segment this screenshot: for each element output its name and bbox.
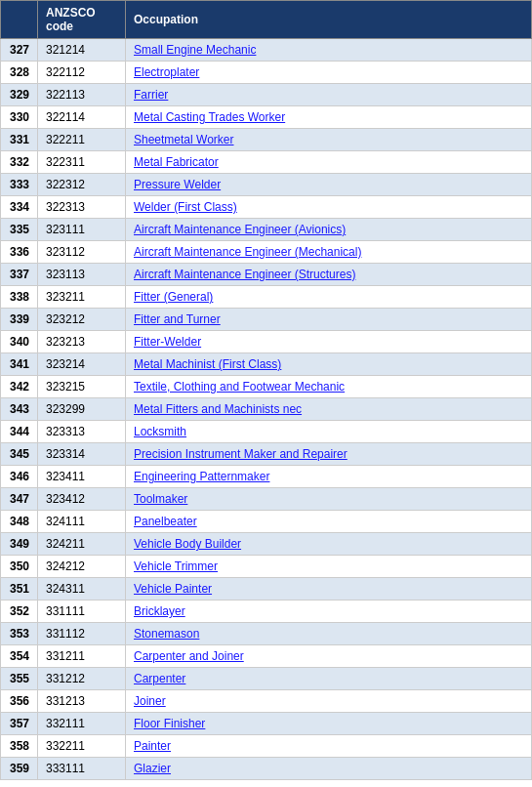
anzsco-code: 331112 <box>38 623 126 645</box>
occupation-cell[interactable]: Fitter (General) <box>126 286 532 309</box>
table-row: 327321214Small Engine Mechanic <box>1 39 532 62</box>
anzsco-code: 323214 <box>38 353 126 376</box>
occupation-link[interactable]: Fitter and Turner <box>134 312 221 326</box>
anzsco-code: 332211 <box>38 735 126 758</box>
occupation-cell[interactable]: Textile, Clothing and Footwear Mechanic <box>126 376 532 398</box>
row-number: 343 <box>1 398 38 421</box>
table-row: 346323411Engineering Patternmaker <box>1 466 532 488</box>
occupation-link[interactable]: Pressure Welder <box>134 178 221 191</box>
occupation-cell[interactable]: Sheetmetal Worker <box>126 129 532 151</box>
table-row: 356331213Joiner <box>1 690 532 713</box>
occupation-cell[interactable]: Farrier <box>126 84 532 106</box>
occupation-link[interactable]: Aircraft Maintenance Engineer (Avionics) <box>134 223 346 236</box>
occupation-cell[interactable]: Glazier <box>126 758 532 780</box>
occupation-link[interactable]: Locksmith <box>134 425 186 438</box>
anzsco-code: 322113 <box>38 84 126 106</box>
occupation-link[interactable]: Electroplater <box>134 65 199 79</box>
table-row: 334322313Welder (First Class) <box>1 196 532 219</box>
occupation-link[interactable]: Bricklayer <box>134 604 185 618</box>
row-number: 355 <box>1 668 38 690</box>
occupation-cell[interactable]: Metal Casting Trades Worker <box>126 106 532 129</box>
occupation-link[interactable]: Sheetmetal Worker <box>134 133 234 146</box>
row-number: 348 <box>1 511 38 533</box>
row-number: 334 <box>1 196 38 219</box>
table-row: 354331211Carpenter and Joiner <box>1 645 532 668</box>
occupation-link[interactable]: Textile, Clothing and Footwear Mechanic <box>134 380 345 394</box>
occupation-cell[interactable]: Electroplater <box>126 62 532 84</box>
occupation-link[interactable]: Welder (First Class) <box>134 200 237 214</box>
row-number: 346 <box>1 466 38 488</box>
table-row: 341323214Metal Machinist (First Class) <box>1 353 532 376</box>
header-anzsco: ANZSCO code <box>38 1 126 39</box>
row-number: 344 <box>1 421 38 443</box>
occupation-cell[interactable]: Metal Fitters and Machinists nec <box>126 398 532 421</box>
occupation-cell[interactable]: Locksmith <box>126 421 532 443</box>
table-row: 328322112Electroplater <box>1 62 532 84</box>
occupation-link[interactable]: Panelbeater <box>134 515 197 528</box>
anzsco-code: 322211 <box>38 129 126 151</box>
occupation-cell[interactable]: Bricklayer <box>126 601 532 623</box>
occupation-cell[interactable]: Toolmaker <box>126 488 532 511</box>
occupation-link[interactable]: Precision Instrument Maker and Repairer <box>134 447 348 461</box>
occupation-cell[interactable]: Fitter-Welder <box>126 331 532 353</box>
occupation-cell[interactable]: Carpenter and Joiner <box>126 645 532 668</box>
row-number: 358 <box>1 735 38 758</box>
table-row: 343323299Metal Fitters and Machinists ne… <box>1 398 532 421</box>
table-row: 340323213Fitter-Welder <box>1 331 532 353</box>
occupation-cell[interactable]: Precision Instrument Maker and Repairer <box>126 443 532 466</box>
anzsco-code: 331111 <box>38 601 126 623</box>
anzsco-code: 332111 <box>38 713 126 735</box>
anzsco-code: 323411 <box>38 466 126 488</box>
occupation-link[interactable]: Painter <box>134 739 171 753</box>
occupation-link[interactable]: Glazier <box>134 762 171 775</box>
anzsco-code: 322312 <box>38 174 126 196</box>
anzsco-code: 333111 <box>38 758 126 780</box>
occupation-cell[interactable]: Painter <box>126 735 532 758</box>
occupation-link[interactable]: Vehicle Trimmer <box>134 559 218 573</box>
occupation-link[interactable]: Toolmaker <box>134 492 187 506</box>
occupation-link[interactable]: Floor Finisher <box>134 717 205 730</box>
occupation-link[interactable]: Metal Fabricator <box>134 155 219 169</box>
occupation-cell[interactable]: Aircraft Maintenance Engineer (Mechanica… <box>126 241 532 264</box>
occupation-link[interactable]: Metal Fitters and Machinists nec <box>134 402 302 416</box>
occupation-link[interactable]: Fitter-Welder <box>134 335 201 349</box>
row-number: 345 <box>1 443 38 466</box>
occupation-link[interactable]: Fitter (General) <box>134 290 213 304</box>
occupation-cell[interactable]: Metal Machinist (First Class) <box>126 353 532 376</box>
occupation-link[interactable]: Carpenter and Joiner <box>134 649 244 663</box>
occupation-cell[interactable]: Panelbeater <box>126 511 532 533</box>
occupation-link[interactable]: Engineering Patternmaker <box>134 470 269 483</box>
table-row: 339323212Fitter and Turner <box>1 309 532 331</box>
occupation-cell[interactable]: Aircraft Maintenance Engineer (Avionics) <box>126 219 532 241</box>
occupation-cell[interactable]: Small Engine Mechanic <box>126 39 532 62</box>
occupation-cell[interactable]: Vehicle Painter <box>126 578 532 601</box>
occupation-link[interactable]: Joiner <box>134 694 166 708</box>
occupation-cell[interactable]: Welder (First Class) <box>126 196 532 219</box>
anzsco-code: 323215 <box>38 376 126 398</box>
table-row: 342323215Textile, Clothing and Footwear … <box>1 376 532 398</box>
occupation-cell[interactable]: Stonemason <box>126 623 532 645</box>
occupation-cell[interactable]: Engineering Patternmaker <box>126 466 532 488</box>
occupation-link[interactable]: Vehicle Painter <box>134 582 212 596</box>
occupation-cell[interactable]: Vehicle Body Builder <box>126 533 532 556</box>
table-row: 353331112Stonemason <box>1 623 532 645</box>
anzsco-code: 331211 <box>38 645 126 668</box>
occupation-link[interactable]: Metal Casting Trades Worker <box>134 110 285 124</box>
anzsco-code: 323113 <box>38 264 126 286</box>
occupation-cell[interactable]: Fitter and Turner <box>126 309 532 331</box>
occupation-cell[interactable]: Joiner <box>126 690 532 713</box>
occupation-link[interactable]: Metal Machinist (First Class) <box>134 357 281 371</box>
occupation-cell[interactable]: Floor Finisher <box>126 713 532 735</box>
occupation-link[interactable]: Aircraft Maintenance Engineer (Mechanica… <box>134 245 361 259</box>
occupation-link[interactable]: Vehicle Body Builder <box>134 537 241 551</box>
occupation-cell[interactable]: Metal Fabricator <box>126 151 532 174</box>
occupation-cell[interactable]: Carpenter <box>126 668 532 690</box>
occupation-cell[interactable]: Vehicle Trimmer <box>126 556 532 578</box>
occupation-cell[interactable]: Aircraft Maintenance Engineer (Structure… <box>126 264 532 286</box>
occupation-link[interactable]: Small Engine Mechanic <box>134 43 256 57</box>
occupation-link[interactable]: Carpenter <box>134 672 185 685</box>
occupation-link[interactable]: Farrier <box>134 88 168 102</box>
occupation-cell[interactable]: Pressure Welder <box>126 174 532 196</box>
occupation-link[interactable]: Aircraft Maintenance Engineer (Structure… <box>134 268 355 281</box>
occupation-link[interactable]: Stonemason <box>134 627 199 641</box>
